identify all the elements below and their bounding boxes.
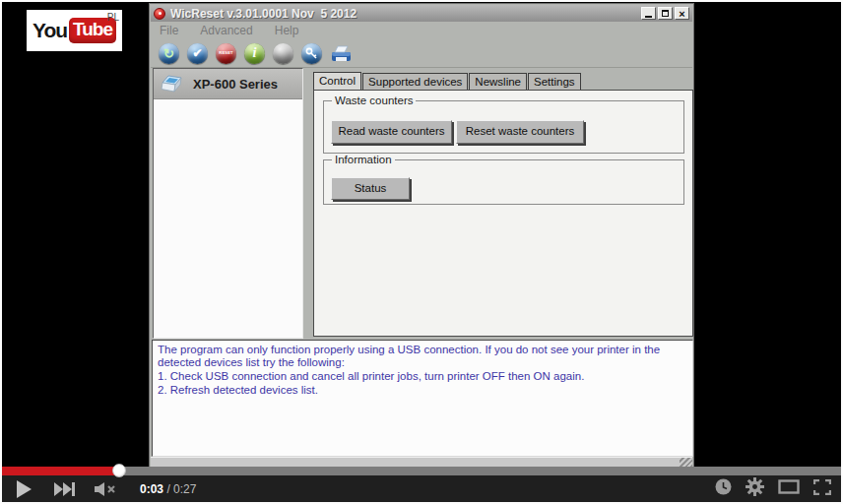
fullscreen-icon <box>813 479 831 495</box>
theater-mode-icon <box>778 479 800 494</box>
reset-icon[interactable]: RESET <box>216 43 236 64</box>
fullscreen-button[interactable] <box>813 479 831 499</box>
tab-control[interactable]: Control <box>313 72 361 90</box>
menu-help[interactable]: Help <box>275 24 299 37</box>
next-button[interactable] <box>45 475 85 502</box>
information-label: Information <box>332 154 395 165</box>
youtube-logo-you: You <box>32 19 67 42</box>
refresh-devices-icon[interactable]: ↻ <box>159 43 179 64</box>
tab-settings[interactable]: Settings <box>528 73 581 90</box>
theater-mode-button[interactable] <box>778 479 800 498</box>
close-button[interactable]: × <box>675 7 689 20</box>
video-area[interactable]: You Tube PL WicReset v.3.01.0001 Nov 5 2… <box>2 2 841 475</box>
waste-counters-group: Waste counters Read waste counters Reset… <box>323 100 684 154</box>
usb-notice-box: The program can only function properly u… <box>152 340 693 457</box>
app-window: WicReset v.3.01.0001 Nov 5 2012 × File A… <box>149 3 694 472</box>
read-waste-counters-button[interactable]: Read waste counters <box>331 120 452 144</box>
mute-button[interactable] <box>85 475 128 502</box>
youtube-logo: You Tube PL <box>27 10 122 51</box>
reset-waste-counters-button[interactable]: Reset waste counters <box>456 120 584 144</box>
control-tab-panel: Waste counters Read waste counters Reset… <box>313 90 693 337</box>
maximize-button[interactable] <box>658 7 673 20</box>
notice-line-2: 1. Check USB connection and cancel all p… <box>158 370 687 383</box>
seek-scrubber[interactable] <box>112 464 126 477</box>
check-icon[interactable]: ✔ <box>187 43 208 64</box>
globe-icon[interactable] <box>273 43 293 64</box>
device-list-item[interactable]: XP-600 Series <box>154 69 302 99</box>
menubar: File Advanced Help <box>151 22 692 39</box>
clock-icon <box>715 478 732 495</box>
notice-line-1: The program can only function properly u… <box>158 344 687 369</box>
printer-icon[interactable] <box>330 43 353 64</box>
tab-newsline[interactable]: Newsline <box>469 73 527 90</box>
tab-supported-devices[interactable]: Supported devices <box>362 73 468 90</box>
settings-button[interactable] <box>746 477 764 500</box>
key-icon[interactable] <box>301 43 322 64</box>
player-controls: 0:03 / 0:27 <box>2 475 841 502</box>
close-icon: × <box>679 8 684 20</box>
information-group: Information Status <box>323 159 684 205</box>
time-display: 0:03 / 0:27 <box>140 482 196 496</box>
watch-later-button[interactable] <box>715 478 732 499</box>
key-glyph <box>305 47 318 60</box>
notice-line-3: 2. Refresh detected devices list. <box>158 384 687 397</box>
app-icon <box>154 8 165 20</box>
device-label: XP-600 Series <box>193 77 278 92</box>
page-frame: You Tube PL WicReset v.3.01.0001 Nov 5 2… <box>0 0 843 504</box>
gear-icon <box>746 477 764 496</box>
menu-file[interactable]: File <box>160 24 178 37</box>
window-title: WicReset v.3.01.0001 Nov 5 2012 <box>170 7 357 21</box>
duration: / 0:27 <box>166 482 196 496</box>
toolbar: ↻ ✔ RESET i <box>151 39 692 68</box>
youtube-region-label: PL <box>107 12 119 23</box>
printer-device-icon <box>160 73 185 94</box>
minimize-button[interactable] <box>641 7 656 20</box>
play-icon <box>17 480 32 498</box>
titlebar[interactable]: WicReset v.3.01.0001 Nov 5 2012 × <box>151 5 692 22</box>
video-player: You Tube PL WicReset v.3.01.0001 Nov 5 2… <box>2 2 841 502</box>
next-icon <box>54 482 76 496</box>
current-time: 0:03 <box>140 482 163 496</box>
seek-bar[interactable] <box>2 467 841 475</box>
minimize-icon <box>645 16 652 18</box>
seek-bar-played <box>2 467 119 475</box>
play-button[interactable] <box>2 475 45 502</box>
waste-counters-label: Waste counters <box>332 94 416 106</box>
maximize-icon <box>662 10 669 17</box>
volume-muted-icon <box>95 482 118 496</box>
detected-devices-list[interactable]: XP-600 Series <box>153 68 303 339</box>
tab-bar: Control Supported devices Newsline Setti… <box>313 72 582 90</box>
status-button[interactable]: Status <box>331 177 410 200</box>
info-icon[interactable]: i <box>244 43 265 64</box>
menu-advanced[interactable]: Advanced <box>200 24 252 37</box>
